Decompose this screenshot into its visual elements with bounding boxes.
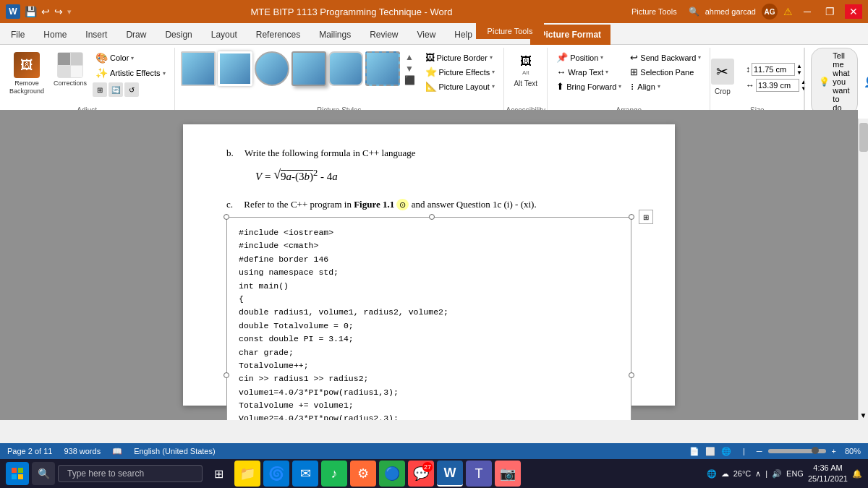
task-view-button[interactable]: ⊞: [205, 461, 231, 487]
adjust-group: 🖼 Remove Background Corrections: [0, 48, 175, 116]
scroll-down-arrow[interactable]: ▼: [859, 410, 869, 420]
gallery-scroll-down[interactable]: ▼: [404, 64, 415, 74]
layout-options-button[interactable]: ⊞: [639, 210, 653, 224]
quick-access-more[interactable]: ▾: [67, 7, 72, 17]
quick-save[interactable]: 💾: [25, 6, 37, 17]
tab-layout[interactable]: Layout: [202, 24, 247, 44]
code-line: const double PI = 3.14;: [239, 333, 619, 346]
clock[interactable]: 4:36 AM 25/11/2021: [808, 463, 848, 485]
web-layout-icon[interactable]: 🌐: [721, 447, 731, 456]
bring-forward-button[interactable]: ⬆ Bring Forward ▾: [553, 80, 624, 93]
selection-pane-button[interactable]: ⊞ Selection Pane: [627, 65, 704, 79]
crop-button[interactable]: ✂ Crop: [708, 57, 737, 98]
annotation-circle: ⊙: [396, 199, 409, 210]
reset-picture-button[interactable]: ↺: [124, 82, 139, 97]
style-thumb-4[interactable]: [292, 51, 326, 86]
word-icon: W: [6, 4, 20, 19]
minimize-button[interactable]: ─: [799, 4, 816, 19]
tab-mailings[interactable]: Mailings: [310, 24, 360, 44]
print-layout-icon[interactable]: ⬜: [705, 447, 715, 456]
share-button[interactable]: 👤 Share: [864, 76, 868, 87]
tab-insert[interactable]: Insert: [76, 24, 116, 44]
style-thumb-5[interactable]: [328, 51, 363, 86]
up-arrow[interactable]: ∧: [755, 469, 761, 479]
cloud-icon[interactable]: ☁: [721, 469, 729, 479]
tab-design[interactable]: Design: [156, 24, 201, 44]
tab-references[interactable]: References: [247, 24, 310, 44]
search-title-bar[interactable]: 🔍: [689, 7, 699, 17]
zoom-in-icon[interactable]: +: [832, 447, 836, 455]
gallery-scroll-up[interactable]: ▲: [404, 52, 415, 62]
change-picture-button[interactable]: 🔄: [109, 82, 123, 97]
tell-me-search[interactable]: 💡 Tell me what you want to do: [811, 48, 857, 116]
handle-tr[interactable]: [629, 214, 634, 220]
artistic-effects-arrow: ▾: [163, 70, 166, 77]
pe-arrow: ▾: [492, 69, 495, 75]
handle-tc[interactable]: [429, 214, 435, 220]
tab-review[interactable]: Review: [360, 24, 407, 44]
volume-icon[interactable]: 🔊: [772, 469, 782, 479]
app7[interactable]: 🔵: [379, 461, 405, 487]
code-line: double Totalvolume = 0;: [239, 320, 619, 333]
code-block-container[interactable]: ⊞ #include <iostream>#include <cmath>#de…: [226, 217, 631, 420]
size-content: ✂ Crop ↕ ▲▼ ↔ ▲▼: [708, 49, 807, 105]
read-mode-icon[interactable]: 📄: [689, 447, 699, 456]
restore-button[interactable]: ❐: [822, 4, 839, 19]
svg-rect-0: [12, 468, 17, 473]
picture-effects-button[interactable]: ⭐ Picture Effects ▾: [422, 65, 498, 79]
align-button[interactable]: ⫶ Align ▾: [627, 80, 704, 93]
edge-app[interactable]: 🌀: [263, 461, 289, 487]
remove-background-button[interactable]: 🖼 Remove Background: [6, 51, 48, 97]
user-badge[interactable]: AG: [762, 4, 778, 20]
tab-file[interactable]: File: [1, 24, 34, 44]
tab-view[interactable]: View: [408, 24, 446, 44]
style-thumb-6[interactable]: [365, 51, 400, 86]
send-backward-button[interactable]: ↩ Send Backward ▾: [627, 51, 704, 64]
style-thumb-2[interactable]: [218, 51, 252, 86]
app-badge[interactable]: 💬 27: [408, 461, 434, 487]
search-taskbar-placeholder: Type here to search: [67, 468, 144, 479]
handle-tl[interactable]: [224, 214, 229, 220]
teams-app[interactable]: T: [466, 461, 492, 487]
gallery-scroll-buttons[interactable]: ▲ ▼ ⬛: [403, 51, 417, 87]
position-button[interactable]: 📌 Position ▾: [553, 51, 624, 64]
start-button[interactable]: [6, 462, 29, 485]
color-button[interactable]: 🎨 Color ▾: [93, 51, 168, 65]
tab-home[interactable]: Home: [34, 24, 76, 44]
mail-app[interactable]: ✉: [292, 461, 318, 487]
close-button[interactable]: ✕: [845, 4, 862, 19]
quick-undo[interactable]: ↩: [41, 6, 50, 17]
app6-icon: ⚙: [357, 466, 369, 481]
zoom-out-icon[interactable]: ─: [757, 447, 762, 455]
picture-layout-button[interactable]: 📐 Picture Layout ▾: [422, 80, 498, 93]
zoom-thumb[interactable]: [812, 447, 819, 454]
style-thumb-1[interactable]: [181, 51, 216, 86]
compress-pictures-button[interactable]: ⊞: [93, 82, 107, 97]
network-icon[interactable]: 🌐: [707, 469, 717, 479]
height-spinners[interactable]: ▲▼: [796, 63, 802, 76]
corrections-button[interactable]: Corrections: [51, 51, 90, 89]
alt-text-button[interactable]: 🖼 Alt Alt Text: [511, 51, 540, 90]
tab-draw[interactable]: Draw: [116, 24, 156, 44]
wrap-text-button[interactable]: ↔ Wrap Text ▾: [553, 65, 624, 79]
width-input[interactable]: [756, 79, 799, 92]
title-bar-left: W 💾 ↩ ↪ ▾: [6, 4, 72, 19]
handle-mr[interactable]: [629, 372, 634, 378]
app9[interactable]: 📷: [495, 461, 521, 487]
quick-redo[interactable]: ↪: [54, 6, 63, 17]
artistic-effects-button[interactable]: ✨ Artistic Effects ▾: [93, 66, 168, 80]
app6[interactable]: ⚙: [350, 461, 376, 487]
scroll-thumb[interactable]: [859, 123, 868, 152]
word-taskbar-app[interactable]: W: [437, 461, 463, 487]
search-box-taskbar[interactable]: Type here to search: [58, 465, 203, 482]
picture-border-button[interactable]: 🖼 Picture Border ▾: [422, 51, 498, 64]
style-thumb-3[interactable]: [255, 51, 289, 86]
file-explorer-app[interactable]: 📁: [234, 461, 260, 487]
height-input[interactable]: [752, 63, 795, 76]
search-taskbar[interactable]: 🔍: [32, 462, 55, 485]
notifications-button[interactable]: 🔔: [852, 469, 862, 479]
zoom-slider[interactable]: [768, 449, 826, 453]
music-app[interactable]: ♪: [321, 461, 347, 487]
compress-icon: ⊞: [97, 86, 103, 94]
gallery-expand[interactable]: ⬛: [404, 75, 415, 85]
